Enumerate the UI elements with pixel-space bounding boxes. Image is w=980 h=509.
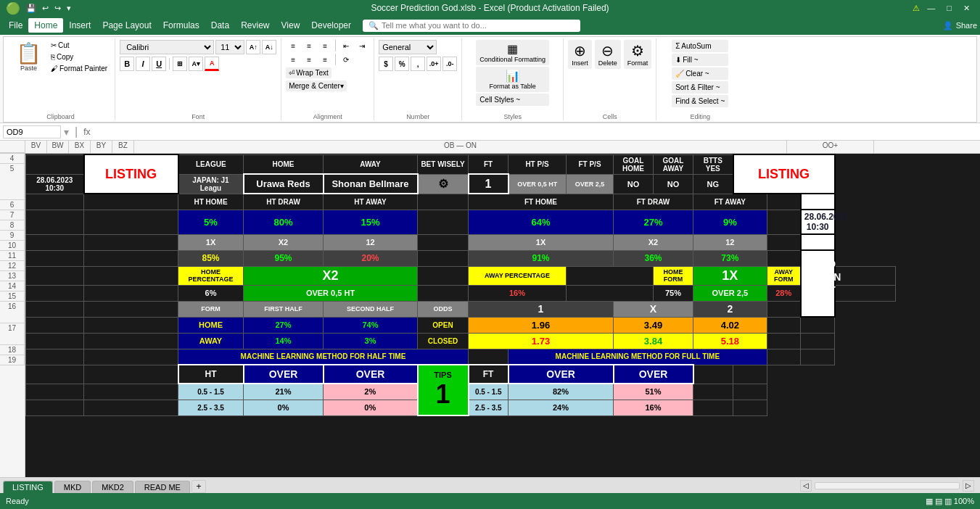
- quick-access-more[interactable]: ▾: [67, 4, 71, 13]
- col-header-oo[interactable]: OO+: [787, 141, 874, 153]
- copy-button[interactable]: ⎘ Copy: [48, 51, 110, 62]
- ht-label-r16[interactable]: HT: [178, 365, 244, 384]
- border-btn[interactable]: ⊞: [173, 57, 187, 71]
- col-header-by[interactable]: BY: [91, 141, 112, 153]
- align-top-left-btn[interactable]: ≡: [286, 40, 300, 51]
- outcome-1x[interactable]: 1X: [178, 234, 244, 250]
- form-header[interactable]: FORM: [178, 301, 244, 317]
- scroll-left-btn[interactable]: ◁: [800, 480, 812, 492]
- row-9[interactable]: 9: [0, 231, 25, 241]
- row-17[interactable]: 17: [0, 323, 25, 345]
- range1-ft-pct2[interactable]: 51%: [614, 384, 693, 400]
- row-10[interactable]: 10: [0, 241, 25, 251]
- name-box[interactable]: [3, 125, 61, 138]
- align-top-center-btn[interactable]: ≡: [302, 40, 316, 51]
- ht-draw-pct[interactable]: 80%: [244, 210, 324, 234]
- indent-decrease-btn[interactable]: ⇤: [339, 40, 353, 51]
- header-ft[interactable]: FT: [469, 154, 508, 174]
- align-left-btn[interactable]: ≡: [286, 54, 300, 65]
- home-form-label-r13[interactable]: HOME: [178, 317, 244, 333]
- home-odds-1[interactable]: 1.96: [469, 317, 614, 333]
- ft-home-header[interactable]: FT HOME: [469, 194, 614, 210]
- conditional-formatting-btn[interactable]: ▦ Conditional Formatting: [476, 40, 549, 65]
- over-v4[interactable]: 28%: [767, 285, 801, 301]
- orientation-btn[interactable]: ⟳: [339, 54, 353, 65]
- ft-draw-header[interactable]: FT DRAW: [614, 194, 693, 210]
- match-ft[interactable]: 1: [469, 174, 508, 194]
- odds-header[interactable]: ODDS: [418, 301, 469, 317]
- range2-ft-pct2[interactable]: 16%: [614, 400, 693, 415]
- cut-button[interactable]: ✂ Cut: [48, 40, 110, 51]
- share-btn[interactable]: Share: [956, 21, 977, 30]
- ft-home-pct[interactable]: 64%: [469, 210, 614, 234]
- odds-2[interactable]: 2: [693, 301, 767, 317]
- autosum-btn[interactable]: Σ AutoSum: [672, 40, 728, 52]
- menu-view[interactable]: View: [276, 18, 306, 33]
- row-15[interactable]: 15: [0, 291, 25, 302]
- home-first-half[interactable]: 27%: [244, 317, 324, 333]
- range2-ft[interactable]: 2.5 - 3.5: [469, 400, 508, 415]
- row-7[interactable]: 7: [0, 210, 25, 220]
- tab-readme[interactable]: READ ME: [135, 481, 190, 493]
- pct2-v6[interactable]: 73%: [693, 250, 767, 266]
- row-12[interactable]: 12: [0, 261, 25, 271]
- col-header-bv[interactable]: BV: [25, 141, 47, 153]
- col-header-data[interactable]: OB — ON: [134, 141, 787, 153]
- match-goal-away[interactable]: NO: [654, 174, 693, 194]
- undo-btn[interactable]: ↩: [42, 4, 49, 13]
- match-goal-home[interactable]: NO: [614, 174, 654, 194]
- ft-1x[interactable]: 1X: [469, 234, 614, 250]
- header-league[interactable]: LEAGUE: [178, 154, 244, 174]
- away-odds-label[interactable]: CLOSED: [418, 333, 469, 349]
- home-odds-label[interactable]: OPEN: [418, 317, 469, 333]
- ht-home-header[interactable]: HT HOME: [178, 194, 244, 210]
- font-size-select[interactable]: 11: [215, 40, 244, 54]
- outcome-12[interactable]: 12: [324, 234, 418, 250]
- row-8[interactable]: 8: [0, 220, 25, 231]
- menu-data[interactable]: Data: [205, 18, 235, 33]
- home-second-half[interactable]: 74%: [324, 317, 418, 333]
- ft-x2[interactable]: X2: [614, 234, 693, 250]
- range1-away-pct[interactable]: 2%: [324, 384, 418, 400]
- over-05-ht[interactable]: OVER 0,5 HT: [244, 285, 418, 301]
- font-grow-btn[interactable]: A↑: [246, 40, 260, 54]
- menu-file[interactable]: File: [3, 18, 28, 33]
- first-half-header[interactable]: FIRST HALF: [244, 301, 324, 317]
- percent-btn[interactable]: %: [395, 57, 409, 71]
- find-select-btn[interactable]: Find & Select ~: [672, 95, 728, 107]
- ht-draw-header[interactable]: HT DRAW: [244, 194, 324, 210]
- minimize-btn[interactable]: —: [923, 4, 939, 12]
- italic-btn[interactable]: I: [136, 57, 150, 71]
- match-home[interactable]: Urawa Reds: [244, 174, 324, 194]
- match-ht-ps[interactable]: OVER 0,5 HT: [508, 174, 567, 194]
- col-header-bx[interactable]: BX: [69, 141, 91, 153]
- paste-button[interactable]: 📋 Paste: [11, 40, 46, 75]
- header-home[interactable]: HOME: [244, 154, 324, 174]
- away-form-label-r14[interactable]: AWAY: [178, 333, 244, 349]
- sort-filter-btn[interactable]: Sort & Filter ~: [672, 81, 728, 94]
- away-form-label[interactable]: AWAY FORM: [767, 266, 801, 285]
- format-as-table-btn[interactable]: 📊 Format as Table: [476, 67, 549, 92]
- row-19[interactable]: 19: [0, 355, 25, 365]
- x2-result[interactable]: X2: [244, 266, 418, 285]
- formula-input[interactable]: [94, 126, 978, 138]
- second-half-header[interactable]: SECOND HALF: [324, 301, 418, 317]
- format-painter-button[interactable]: 🖌 Format Painter: [48, 63, 110, 74]
- col-header-bw[interactable]: BW: [47, 141, 69, 153]
- pct2-v1[interactable]: 85%: [178, 250, 244, 266]
- bold-btn[interactable]: B: [120, 57, 134, 71]
- 1x-result[interactable]: 1X: [693, 266, 767, 285]
- merge-center-btn[interactable]: Merge & Center ▾: [286, 80, 347, 91]
- number-format-select[interactable]: General: [379, 40, 437, 54]
- row-11[interactable]: 11: [0, 251, 25, 261]
- header-ft-ps[interactable]: FT P/S: [567, 154, 614, 174]
- tab-listing[interactable]: LISTING: [3, 481, 53, 493]
- pct2-v2[interactable]: 95%: [244, 250, 324, 266]
- col-header-bz[interactable]: BZ: [112, 141, 134, 153]
- merge-dropdown-icon[interactable]: ▾: [340, 82, 344, 90]
- over-25[interactable]: OVER 2,5: [693, 285, 767, 301]
- maximize-btn[interactable]: □: [942, 4, 956, 12]
- align-center-btn[interactable]: ≡: [302, 54, 316, 65]
- home-odds-2[interactable]: 4.02: [693, 317, 767, 333]
- tab-mkd[interactable]: MKD: [54, 481, 91, 493]
